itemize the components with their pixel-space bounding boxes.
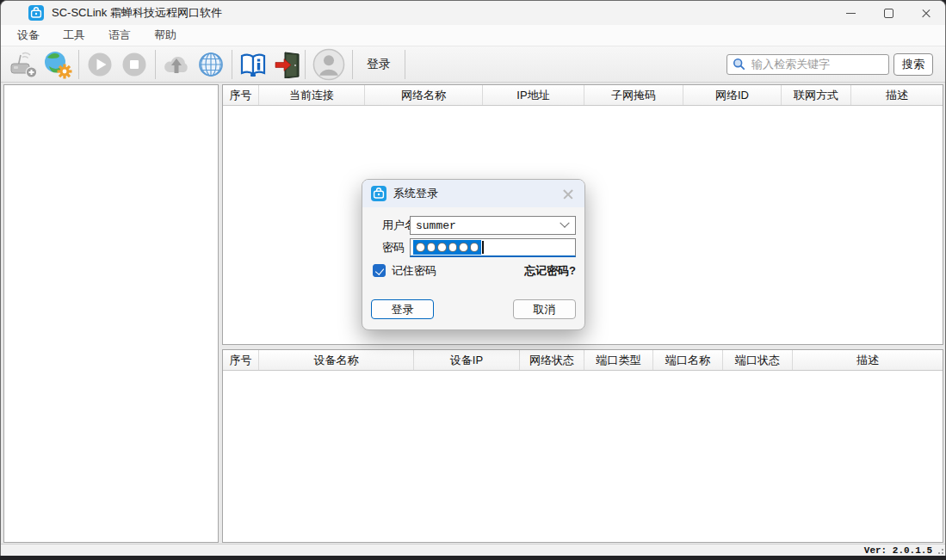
- search-button[interactable]: 搜索: [893, 53, 933, 76]
- device-table: 序号 设备名称 设备IP 网络状态 端口类型 端口名称 端口状态 描述: [222, 349, 943, 543]
- toolbar: 登录 搜索: [1, 46, 945, 83]
- window-title: SC-SCLink 霜蝉科技远程网口软件: [52, 5, 222, 21]
- upload-icon: [162, 52, 191, 77]
- device-col-pstate[interactable]: 端口状态: [723, 350, 793, 370]
- internet-button[interactable]: [194, 48, 228, 81]
- play-icon: [87, 52, 113, 77]
- version-label: Ver: 2.0.1.5: [864, 545, 932, 556]
- close-icon: [921, 8, 931, 18]
- device-table-header: 序号 设备名称 设备IP 网络状态 端口类型 端口名称 端口状态 描述: [223, 350, 943, 371]
- network-settings-button[interactable]: [40, 48, 75, 81]
- network-col-current[interactable]: 当前连接: [259, 85, 365, 105]
- dialog-close-icon[interactable]: [562, 188, 574, 200]
- device-tree-panel: [3, 84, 219, 543]
- about-book-icon: [238, 52, 268, 77]
- forgot-password-link[interactable]: 忘记密码?: [524, 263, 576, 278]
- menu-language[interactable]: 语言: [100, 26, 139, 45]
- device-col-pname[interactable]: 端口名称: [653, 350, 723, 370]
- device-col-desc[interactable]: 描述: [793, 350, 943, 370]
- remember-password-checkbox[interactable]: [373, 264, 386, 277]
- check-icon: [375, 266, 384, 275]
- close-button[interactable]: [907, 1, 945, 25]
- network-col-ip[interactable]: IP地址: [483, 85, 584, 105]
- resize-grip[interactable]: [935, 545, 945, 556]
- password-field[interactable]: [410, 238, 576, 257]
- username-combobox[interactable]: summer: [410, 216, 576, 235]
- menu-bar: 设备 工具 语言 帮助: [1, 25, 945, 46]
- avatar-icon: [312, 48, 345, 81]
- network-col-name[interactable]: 网络名称: [365, 85, 483, 105]
- add-device-icon: [8, 51, 39, 78]
- network-settings-icon: [43, 50, 72, 79]
- status-bar: Ver: 2.0.1.5: [1, 544, 945, 556]
- login-button[interactable]: 登录: [371, 299, 434, 319]
- password-label: 密码: [382, 238, 405, 257]
- exit-button[interactable]: [270, 48, 305, 81]
- title-bar: SC-SCLink 霜蝉科技远程网口软件: [1, 1, 945, 25]
- device-col-index[interactable]: 序号: [223, 350, 259, 370]
- stop-button[interactable]: [117, 48, 151, 81]
- app-logo-icon: [28, 5, 44, 21]
- toolbar-separator: [352, 50, 353, 79]
- text-caret: [482, 241, 484, 254]
- network-col-mask[interactable]: 子网掩码: [584, 85, 683, 105]
- menu-tools[interactable]: 工具: [54, 26, 94, 45]
- add-device-button[interactable]: [6, 48, 40, 81]
- toolbar-separator: [305, 50, 306, 79]
- device-table-body: [223, 371, 943, 542]
- maximize-button[interactable]: [869, 1, 907, 25]
- login-dialog: 系统登录 用户名 summer 密码 记住密码 忘记密码? 登录 取消: [362, 179, 585, 330]
- network-col-desc[interactable]: 描述: [851, 85, 943, 105]
- search-icon: [733, 58, 745, 71]
- menu-device[interactable]: 设备: [9, 26, 48, 45]
- dialog-title: 系统登录: [393, 186, 562, 201]
- username-value: summer: [416, 219, 561, 232]
- password-dots: [413, 240, 481, 255]
- device-col-name[interactable]: 设备名称: [259, 350, 414, 370]
- search-input[interactable]: [750, 57, 883, 71]
- dialog-logo-icon: [371, 186, 386, 201]
- exit-icon: [274, 51, 301, 78]
- minimize-icon: [846, 13, 856, 14]
- search-box: [727, 54, 889, 75]
- user-avatar-button[interactable]: [309, 48, 349, 81]
- network-col-netid[interactable]: 网络ID: [683, 85, 782, 105]
- about-button[interactable]: [236, 48, 270, 81]
- remember-password-label: 记住密码: [392, 263, 436, 278]
- toolbar-separator: [155, 50, 156, 79]
- stop-icon: [121, 52, 147, 77]
- menu-help[interactable]: 帮助: [145, 26, 185, 45]
- chevron-down-icon: [560, 218, 569, 228]
- internet-icon: [197, 51, 225, 78]
- toolbar-separator: [405, 50, 405, 79]
- network-table-header: 序号 当前连接 网络名称 IP地址 子网掩码 网络ID 联网方式 描述: [223, 85, 943, 106]
- device-col-ip[interactable]: 设备IP: [414, 350, 520, 370]
- network-col-mode[interactable]: 联网方式: [782, 85, 851, 105]
- minimize-button[interactable]: [832, 1, 869, 25]
- network-col-index[interactable]: 序号: [223, 85, 259, 105]
- login-dialog-titlebar: 系统登录: [362, 180, 584, 207]
- device-col-ptype[interactable]: 端口类型: [584, 350, 653, 370]
- device-col-net[interactable]: 网络状态: [520, 350, 584, 370]
- cancel-button[interactable]: 取消: [513, 299, 576, 319]
- maximize-icon: [884, 9, 893, 18]
- toolbar-separator: [232, 50, 232, 79]
- toolbar-login-button[interactable]: 登录: [356, 57, 401, 72]
- start-button[interactable]: [83, 48, 117, 81]
- upload-button[interactable]: [159, 48, 194, 81]
- toolbar-separator: [78, 50, 79, 79]
